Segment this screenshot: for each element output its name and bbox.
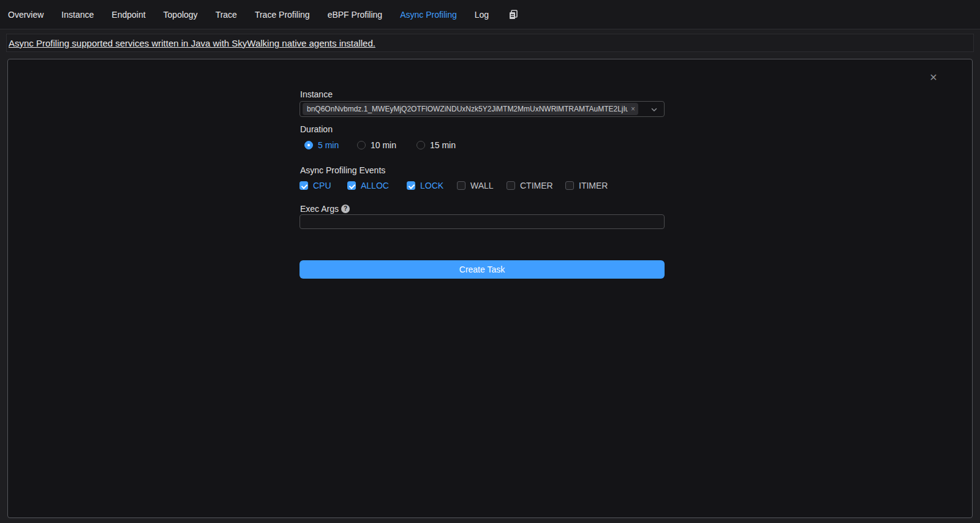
duration-radio-group: 5 min 10 min 15 min <box>300 140 667 150</box>
checkbox-ctimer[interactable]: CTIMER <box>507 181 553 190</box>
checkbox-label: ITIMER <box>579 181 608 190</box>
tab-async-profiling[interactable]: Async Profiling <box>400 10 457 20</box>
checkbox-box <box>407 181 415 190</box>
exec-args-input[interactable] <box>300 214 665 229</box>
checkbox-wall[interactable]: WALL <box>457 181 494 190</box>
document-copy-icon[interactable] <box>508 9 519 20</box>
duration-label: Duration <box>300 124 333 134</box>
tab-overview[interactable]: Overview <box>8 10 43 20</box>
checkbox-box <box>565 181 574 190</box>
radio-label: 5 min <box>318 140 339 150</box>
radio-circle <box>304 141 313 149</box>
checkbox-itimer[interactable]: ITIMER <box>565 181 608 190</box>
exec-args-label: Exec Args <box>300 204 339 214</box>
chevron-down-icon <box>650 105 658 116</box>
checkbox-label: CTIMER <box>520 181 553 190</box>
checkbox-label: CPU <box>313 181 331 190</box>
top-nav: Overview Instance Endpoint Topology Trac… <box>0 0 980 29</box>
tab-ebpf-profiling[interactable]: eBPF Profiling <box>328 10 382 20</box>
tab-trace-profiling[interactable]: Trace Profiling <box>255 10 310 20</box>
create-task-panel <box>7 59 973 518</box>
async-profiling-page: Overview Instance Endpoint Topology Trac… <box>0 0 980 523</box>
checkbox-box <box>300 181 308 190</box>
radio-15-min[interactable]: 15 min <box>417 140 456 150</box>
tab-trace[interactable]: Trace <box>216 10 237 20</box>
selected-instance-text: bnQ6OnNvbmdz.1_MWEyMjQ2OTFlOWZiNDUxNzk5Y… <box>307 105 628 113</box>
checkbox-lock[interactable]: LOCK <box>407 181 443 190</box>
checkbox-box <box>507 181 515 190</box>
tab-endpoint[interactable]: Endpoint <box>111 10 145 20</box>
help-icon[interactable]: ? <box>341 205 350 213</box>
radio-circle <box>417 141 425 149</box>
checkbox-label: LOCK <box>420 181 443 190</box>
checkbox-label: WALL <box>470 181 494 190</box>
close-icon[interactable]: ✕ <box>926 70 941 85</box>
radio-label: 15 min <box>430 140 456 150</box>
tab-instance[interactable]: Instance <box>61 10 94 20</box>
banner: Async Profiling supported services writt… <box>6 34 974 52</box>
radio-5-min[interactable]: 5 min <box>304 140 339 150</box>
radio-label: 10 min <box>371 140 396 150</box>
radio-circle <box>357 141 366 149</box>
create-task-button[interactable]: Create Task <box>300 260 665 279</box>
tab-log[interactable]: Log <box>475 10 489 20</box>
instance-label: Instance <box>300 89 333 99</box>
checkbox-alloc[interactable]: ALLOC <box>347 181 389 190</box>
supported-services-link[interactable]: Async Profiling supported services writt… <box>9 38 375 48</box>
events-checkbox-group: CPU ALLOC LOCK WALL CTIMER ITIMER <box>0 181 674 190</box>
checkbox-label: ALLOC <box>361 181 389 190</box>
events-label: Async Profiling Events <box>300 165 385 175</box>
checkbox-box <box>457 181 466 190</box>
checkbox-box <box>347 181 356 190</box>
instance-select[interactable]: bnQ6OnNvbmdz.1_MWEyMjQ2OTFlOWZiNDUxNzk5Y… <box>300 101 665 117</box>
radio-10-min[interactable]: 10 min <box>357 140 396 150</box>
tag-remove-icon[interactable]: × <box>631 105 635 113</box>
tab-topology[interactable]: Topology <box>164 10 198 20</box>
checkbox-cpu[interactable]: CPU <box>300 181 331 190</box>
selected-instance-tag: bnQ6OnNvbmdz.1_MWEyMjQ2OTFlOWZiNDUxNzk5Y… <box>303 103 638 115</box>
